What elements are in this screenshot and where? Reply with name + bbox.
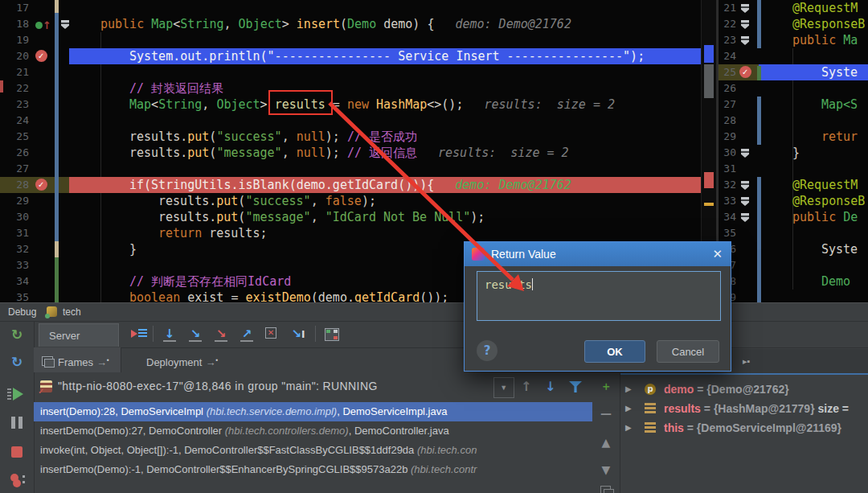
code-line[interactable]: 23public Ma xyxy=(719,32,868,48)
rerun-button[interactable]: ↻ xyxy=(8,326,26,343)
code-line[interactable]: 17 xyxy=(0,0,716,16)
line-number: 24 xyxy=(719,48,736,64)
code-line[interactable]: 39 xyxy=(719,290,868,302)
code-line[interactable]: 19 xyxy=(0,32,716,48)
cancel-button[interactable]: Cancel xyxy=(657,340,719,363)
code-line[interactable]: 36Syste xyxy=(719,241,868,257)
next-frame-button[interactable]: ↓ xyxy=(545,377,556,396)
code-line[interactable]: 24 xyxy=(719,48,868,64)
dialog-titlebar[interactable]: Return Value ✕ xyxy=(465,242,731,266)
rerun-server-button[interactable]: ↻ xyxy=(8,353,26,371)
code-line[interactable]: 26results.put("message", null); // 返回信息r… xyxy=(0,145,716,161)
code-line[interactable]: 26 xyxy=(719,80,868,97)
code-line[interactable]: 25Syste xyxy=(719,64,868,80)
line-number: 25 xyxy=(719,64,736,80)
annotation-highlight-box xyxy=(268,90,333,115)
variable-row[interactable]: ▶results = {HashMap@21779} size = xyxy=(620,399,868,418)
fold-marker-icon[interactable] xyxy=(741,181,749,190)
expand-arrow-icon[interactable]: ▶ xyxy=(625,418,632,438)
code-line[interactable]: 22// 封装返回结果 xyxy=(0,80,716,97)
tab-server[interactable]: Server xyxy=(39,323,119,347)
code-line[interactable]: 31 xyxy=(719,161,868,177)
ide-window: 1718↑public Map<String, Object> insert(D… xyxy=(0,0,868,493)
stack-frame-row[interactable]: invoke(int, Object, Object[]):-1, DemoCo… xyxy=(34,441,592,460)
hide-library-frames-filter-icon[interactable] xyxy=(569,381,582,392)
breakpoint-icon[interactable] xyxy=(739,66,751,78)
force-step-into-button[interactable]: ↘ xyxy=(211,325,231,343)
tab-deployment[interactable]: Deployment→▪ xyxy=(138,347,229,372)
drop-frame-button[interactable]: ✕ xyxy=(262,325,283,343)
code-line[interactable]: 30} xyxy=(719,145,868,161)
evaluate-expression-button[interactable] xyxy=(321,325,342,343)
code-line[interactable]: 34public De xyxy=(719,209,868,225)
copy-icon[interactable] xyxy=(600,486,611,493)
code-line[interactable]: 22@ResponseB xyxy=(719,16,868,32)
line-number: 26 xyxy=(719,80,736,97)
ok-button[interactable]: OK xyxy=(584,340,645,363)
line-number: 23 xyxy=(719,32,736,48)
code-line[interactable]: 27 xyxy=(0,161,716,177)
move-down-button[interactable]: ▼ xyxy=(598,462,614,478)
expand-arrow-icon[interactable]: ▶ xyxy=(625,380,632,399)
code-line[interactable]: 37 xyxy=(719,257,868,273)
previous-frame-button[interactable]: ↑ xyxy=(521,377,532,396)
code-line[interactable]: 29results.put("success", false); xyxy=(0,193,716,209)
add-watch-button[interactable]: ＋ xyxy=(598,378,614,394)
fold-marker-icon[interactable] xyxy=(741,213,749,222)
code-line[interactable]: 18↑public Map<String, Object> insert(Dem… xyxy=(0,16,716,32)
code-line[interactable]: 30results.put("message", "IdCard Not Be … xyxy=(0,209,716,225)
help-button[interactable]: ? xyxy=(477,340,497,361)
code-line[interactable]: 35 xyxy=(719,225,868,241)
stack-frame-row[interactable]: insertDemo(Demo):27, DemoController (hbi… xyxy=(34,421,592,441)
variable-row[interactable]: ▶pdemo = {Demo@21762} xyxy=(620,380,868,399)
code-line[interactable]: 31return results; xyxy=(0,225,716,241)
code-line[interactable]: 29retur xyxy=(719,129,868,145)
variable-name: results = {HashMap@21779} size = xyxy=(664,399,849,418)
step-into-button[interactable]: ↘ xyxy=(185,325,206,343)
close-icon[interactable]: ✕ xyxy=(712,242,723,266)
show-execution-point-button[interactable] xyxy=(129,325,149,343)
tab-frames[interactable]: Frames→▪ xyxy=(34,347,121,372)
code-line[interactable]: 38Demo xyxy=(719,273,868,290)
line-number: 19 xyxy=(5,32,29,48)
fold-marker-icon[interactable] xyxy=(741,149,749,158)
code-line[interactable]: 27Map<S xyxy=(719,97,868,113)
run-to-cursor-button[interactable]: ↘I xyxy=(288,325,309,343)
line-number: 28 xyxy=(719,113,736,129)
fold-marker-icon[interactable] xyxy=(61,20,69,29)
resume-button[interactable] xyxy=(8,385,26,403)
code-line[interactable]: 28 xyxy=(719,113,868,129)
remove-watch-button[interactable]: — xyxy=(598,405,614,421)
method-entry-icon: ↑ xyxy=(35,18,51,31)
code-line[interactable]: 21 xyxy=(0,64,716,80)
expand-arrow-icon[interactable]: ▶ xyxy=(625,399,632,418)
code-line[interactable]: 20System.out.println("---------------- S… xyxy=(0,48,716,64)
code-line[interactable]: 32@RequestM xyxy=(719,177,868,193)
stop-button[interactable] xyxy=(8,443,26,461)
stack-frame-row[interactable]: insertDemo(Demo):-1, DemoController$$Enh… xyxy=(34,460,592,479)
variable-row[interactable]: ▶this = {DemoServiceImpl@21169} xyxy=(620,418,868,438)
move-up-button[interactable]: ▲ xyxy=(598,434,614,450)
breakpoint-icon[interactable] xyxy=(35,179,47,191)
code-line[interactable]: 24 xyxy=(0,113,716,129)
fold-marker-icon[interactable] xyxy=(741,197,749,206)
code-line[interactable]: 21@RequestM xyxy=(719,0,868,16)
step-out-button[interactable]: ↗ xyxy=(236,325,257,343)
fold-marker-icon[interactable] xyxy=(741,4,749,13)
fold-marker-icon[interactable] xyxy=(741,36,749,45)
thread-selector[interactable]: "http-nio-8080-exec-17"@18,846 in group … xyxy=(34,376,592,399)
thread-icon xyxy=(40,380,52,392)
code-line[interactable]: 25results.put("success", null); // 是否成功 xyxy=(0,129,716,145)
thread-dropdown-button[interactable]: ▼ xyxy=(493,377,514,398)
code-line[interactable]: 28if(StringUtils.isBlank(demo.getIdCard(… xyxy=(0,177,716,193)
stack-frame-row[interactable]: insert(Demo):28, DemoServiceImpl (hbi.te… xyxy=(34,402,592,421)
view-breakpoints-button[interactable] xyxy=(8,472,26,490)
pause-button[interactable] xyxy=(8,414,26,432)
code-line[interactable]: 33@ResponseB xyxy=(719,193,868,209)
step-over-button[interactable]: ↓ xyxy=(159,325,180,343)
code-line[interactable]: 23Map<String, Object> results = new Hash… xyxy=(0,97,716,113)
return-value-input[interactable]: results xyxy=(477,271,721,321)
code-editor-right[interactable]: 21@RequestM22@ResponseB23public Ma2425Sy… xyxy=(718,0,868,302)
breakpoint-icon[interactable] xyxy=(35,50,47,62)
fold-marker-icon[interactable] xyxy=(741,20,749,29)
